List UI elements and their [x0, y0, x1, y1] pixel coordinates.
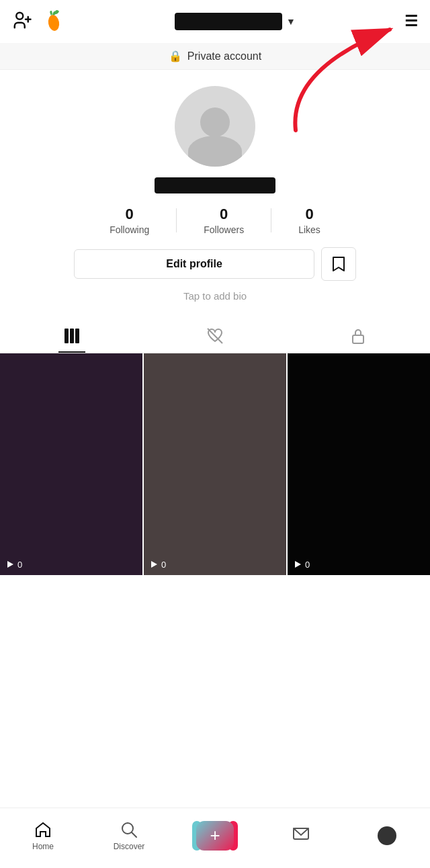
- inbox-icon: [292, 826, 310, 845]
- avatar-placeholder: [175, 86, 255, 167]
- followers-stat[interactable]: 0 Followers: [177, 206, 271, 235]
- svg-rect-9: [353, 335, 363, 343]
- video-thumb-1[interactable]: 0: [0, 353, 142, 575]
- liked-heart-icon: [206, 327, 224, 345]
- private-account-banner: 🔒 Private account: [0, 43, 430, 70]
- bookmark-icon: [331, 255, 346, 273]
- profile-username: [155, 177, 275, 193]
- video-play-count-1: 0: [5, 560, 22, 570]
- nav-add[interactable]: +: [195, 821, 235, 851]
- bottom-navigation: Home Discover +: [0, 808, 430, 868]
- private-lock-icon: [350, 327, 366, 345]
- nav-inbox[interactable]: [281, 826, 321, 845]
- svg-rect-7: [75, 329, 79, 343]
- video-thumb-3[interactable]: 0: [288, 353, 430, 575]
- avatar[interactable]: [175, 86, 255, 167]
- action-buttons: Edit profile: [74, 247, 356, 281]
- carrot-logo-icon: [42, 8, 66, 35]
- play-icon-2: [149, 560, 159, 569]
- nav-home-label: Home: [32, 842, 54, 851]
- top-navigation: ▼ ☰: [0, 0, 430, 43]
- video-grid: 0 0 0: [0, 353, 430, 575]
- following-stat[interactable]: 0 Following: [83, 206, 176, 235]
- avatar-body: [188, 136, 242, 167]
- stats-row: 0 Following 0 Followers 0 Likes: [13, 206, 417, 235]
- play-icon-1: [5, 560, 15, 569]
- likes-count: 0: [305, 206, 313, 223]
- edit-profile-button[interactable]: Edit profile: [74, 249, 314, 279]
- svg-point-0: [16, 13, 23, 19]
- svg-rect-6: [70, 329, 74, 343]
- video-play-count-2: 0: [149, 560, 166, 570]
- search-icon: [120, 820, 138, 839]
- svg-rect-5: [64, 329, 69, 343]
- dropdown-icon[interactable]: ▼: [286, 16, 296, 27]
- empty-space: [0, 575, 430, 696]
- home-icon: [34, 820, 52, 839]
- followers-count: 0: [220, 206, 228, 223]
- nav-discover-label: Discover: [114, 842, 145, 851]
- svg-marker-10: [7, 561, 13, 568]
- svg-marker-12: [295, 561, 301, 568]
- svg-line-14: [132, 832, 136, 837]
- followers-label: Followers: [204, 224, 244, 235]
- likes-label: Likes: [298, 224, 320, 235]
- nav-profile[interactable]: [367, 826, 407, 845]
- following-count: 0: [126, 206, 134, 223]
- add-button[interactable]: +: [196, 821, 234, 851]
- bio-placeholder[interactable]: Tap to add bio: [183, 290, 247, 302]
- tab-private[interactable]: [287, 319, 430, 353]
- posts-grid-icon: [63, 327, 81, 345]
- nav-center[interactable]: ▼: [66, 13, 404, 30]
- likes-stat[interactable]: 0 Likes: [271, 206, 347, 235]
- play-icon-3: [293, 560, 302, 569]
- svg-point-3: [47, 14, 60, 32]
- username-display: [175, 13, 282, 30]
- profile-section: 0 Following 0 Followers 0 Likes Edit pro…: [0, 70, 430, 319]
- video-play-count-3: 0: [293, 560, 310, 570]
- add-user-icon[interactable]: [12, 10, 32, 33]
- nav-discover[interactable]: Discover: [109, 820, 149, 851]
- lock-icon: 🔒: [169, 50, 182, 62]
- bookmark-button[interactable]: [321, 247, 356, 281]
- content-tabs: [0, 319, 430, 353]
- nav-left: [12, 8, 66, 35]
- tab-liked[interactable]: [143, 319, 286, 353]
- private-account-text: Private account: [187, 50, 261, 62]
- avatar-head: [200, 107, 230, 137]
- video-thumb-2[interactable]: 0: [144, 353, 286, 575]
- svg-marker-11: [151, 561, 157, 568]
- profile-dot: [378, 826, 396, 845]
- nav-home[interactable]: Home: [23, 820, 63, 851]
- following-label: Following: [110, 224, 149, 235]
- tab-posts[interactable]: [0, 319, 143, 353]
- hamburger-menu-icon[interactable]: ☰: [404, 14, 418, 29]
